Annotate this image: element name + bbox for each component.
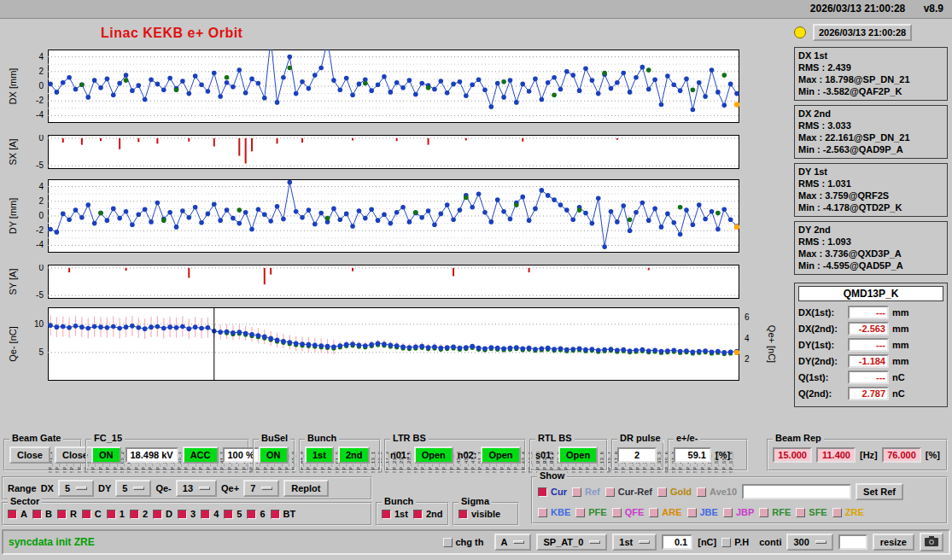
svg-text:SX [A]: SX [A]: [8, 138, 18, 165]
resize-button[interactable]: resize: [873, 534, 914, 551]
chg-th-toggle[interactable]: chg th: [443, 537, 484, 547]
bunch-1st-button[interactable]: 1st: [305, 446, 334, 464]
ratio-value: 59.1: [674, 447, 711, 463]
range-qe-select[interactable]: 7: [243, 480, 279, 497]
chg-th-label: chg th: [456, 537, 484, 547]
sector-label: Sector: [8, 496, 42, 506]
show-jbp-toggle[interactable]: JBP: [723, 507, 754, 517]
show-cur-toggle[interactable]: Cur: [538, 487, 567, 497]
stat-name: DY 2nd: [798, 224, 943, 236]
right-panel: 2026/03/13 21:00:28 DX 1stRMS : 2.439Max…: [794, 24, 948, 407]
sector-5-toggle[interactable]: 5: [224, 509, 242, 519]
monitor-row-label: DX(2nd):: [798, 324, 844, 334]
range-qe-label: Qe-: [155, 483, 171, 493]
ref-name-field[interactable]: [742, 484, 851, 499]
monitor-row-value: 2.787: [848, 387, 889, 400]
svg-text:2: 2: [38, 67, 44, 76]
beam-rep-pct-value: 76.000: [882, 447, 921, 463]
fc15-on-button[interactable]: ON: [91, 446, 121, 464]
ph-toggle[interactable]: P.H: [721, 537, 749, 547]
checkbox-label: 6: [260, 509, 265, 519]
bunch-select-items: 1st2nd: [382, 509, 447, 519]
bunch-2nd-toggle[interactable]: 2nd: [413, 509, 443, 519]
checkbox-label: 3: [190, 509, 196, 519]
show-gold-toggle[interactable]: Gold: [657, 487, 692, 497]
bunch-2nd-button[interactable]: 2nd: [338, 446, 371, 464]
sector-bt-toggle[interactable]: BT: [271, 509, 296, 519]
show-ref-toggle[interactable]: Ref: [572, 487, 600, 497]
sector-6-toggle[interactable]: 6: [247, 509, 265, 519]
beam-rep-hz2-value: 11.400: [816, 447, 856, 463]
checkbox-label: BT: [283, 509, 296, 519]
sector-a-toggle[interactable]: A: [8, 509, 27, 519]
svg-text:2: 2: [38, 196, 44, 206]
range-dx-select[interactable]: 5: [58, 480, 94, 497]
checkbox-icon: [832, 508, 842, 517]
show-are-toggle[interactable]: ARE: [649, 507, 681, 517]
show-ave10-toggle[interactable]: Ave10: [697, 487, 737, 497]
range-dy-select[interactable]: 5: [115, 480, 151, 497]
checkbox-icon: [32, 510, 42, 519]
show-rfe-toggle[interactable]: RFE: [759, 507, 791, 517]
plot-q: 105Qe- [nC]642Qe+ [nC]: [5, 307, 795, 381]
range-dy-label: DY: [98, 483, 111, 493]
fc15-acc-button[interactable]: ACC: [183, 446, 219, 464]
camera-button[interactable]: [920, 533, 943, 551]
show-cur-ref-toggle[interactable]: Cur-Ref: [605, 487, 652, 497]
status-timestamp: 2026/03/13 21:00:28: [813, 24, 912, 41]
status-row: 2026/03/13 21:00:28: [794, 24, 948, 41]
show-sfe-toggle[interactable]: SFE: [796, 507, 826, 517]
beam-gate-close-left-button[interactable]: Close: [9, 446, 50, 464]
rtl-s01-open-button[interactable]: Open: [558, 446, 598, 464]
checkbox-icon: [796, 508, 805, 517]
show-jbe-toggle[interactable]: JBE: [687, 507, 718, 517]
threshold-field[interactable]: 0.1: [662, 534, 692, 550]
points-select[interactable]: 300: [786, 534, 832, 551]
sigma-visible-toggle[interactable]: visible: [458, 509, 500, 519]
checkbox-icon: [178, 510, 187, 519]
monitor-row: DX(1st):---mm: [798, 306, 943, 319]
stat-max: Max : 18.798@SP_DN_21: [798, 73, 943, 85]
sector-2-toggle[interactable]: 2: [130, 509, 148, 519]
ph-checkbox-icon: [721, 538, 731, 547]
sector-c-toggle[interactable]: C: [82, 509, 102, 519]
show-zre-toggle[interactable]: ZRE: [832, 507, 864, 517]
show-pfe-toggle[interactable]: PFE: [575, 507, 606, 517]
checkbox-icon: [538, 487, 547, 497]
sector-b-toggle[interactable]: B: [32, 509, 52, 519]
sigma-items: visible: [458, 509, 505, 519]
checkbox-label: B: [45, 509, 52, 519]
show-qfe-toggle[interactable]: QFE: [612, 507, 645, 517]
monitor-row-unit: mm: [892, 340, 909, 350]
svg-text:4: 4: [745, 334, 750, 343]
monitor-select[interactable]: SP_AT_0: [536, 534, 607, 551]
checkbox-icon: [572, 487, 581, 497]
checkbox-icon: [657, 487, 667, 497]
sector-4-toggle[interactable]: 4: [201, 509, 219, 519]
section-select[interactable]: A: [494, 534, 532, 551]
points-select-value: 300: [793, 537, 809, 547]
replot-button[interactable]: Replot: [283, 480, 328, 497]
ltr-n02-open-button[interactable]: Open: [481, 446, 520, 464]
sector-3-toggle[interactable]: 3: [178, 509, 196, 519]
sector-d-toggle[interactable]: D: [153, 509, 172, 519]
bunch-select-menu[interactable]: 1st: [612, 534, 657, 551]
busel-on-button[interactable]: ON: [259, 446, 289, 464]
sector-1-toggle[interactable]: 1: [107, 509, 125, 519]
svg-text:0: 0: [38, 81, 44, 90]
checkbox-icon: [687, 508, 697, 517]
svg-text:-2: -2: [36, 225, 44, 235]
monitor-name: QMD13P_K: [798, 286, 943, 301]
checkbox-label: KBE: [551, 507, 570, 517]
svg-text:DX [mm]: DX [mm]: [8, 68, 18, 105]
checkbox-label: QFE: [625, 507, 645, 517]
titlebar-datetime: 2026/03/13 21:00:28: [810, 3, 905, 15]
fc15-voltage-value: 18.498 kV: [126, 447, 178, 463]
show-kbe-toggle[interactable]: KBE: [538, 507, 570, 517]
sector-r-toggle[interactable]: R: [57, 509, 77, 519]
set-ref-button[interactable]: Set Ref: [856, 483, 903, 500]
aux-field[interactable]: [838, 534, 867, 550]
range-qe-select[interactable]: 13: [176, 480, 217, 497]
bunch-1st-toggle[interactable]: 1st: [382, 509, 408, 519]
ltr-n01-open-button[interactable]: Open: [414, 446, 453, 464]
